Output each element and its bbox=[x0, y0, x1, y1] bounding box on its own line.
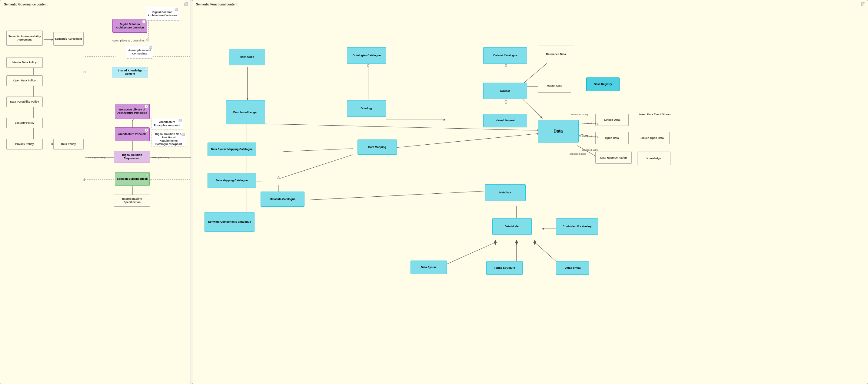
svg-marker-31 bbox=[367, 64, 369, 66]
virtual-dataset-node: Virtual Dataset bbox=[483, 114, 527, 128]
shared-knowledge-content-node: Shared Knowledge Content bbox=[112, 67, 148, 77]
svg-rect-26 bbox=[861, 2, 863, 4]
folder-icon bbox=[184, 2, 188, 6]
data-format-node: Data Format bbox=[556, 261, 589, 275]
adds-granularity-right-label: adds granularity bbox=[152, 156, 169, 159]
right-panel: Semantic Functional content bbox=[192, 0, 868, 384]
svg-marker-66 bbox=[533, 240, 536, 245]
controlled-vocabulary-node: Controlled Vocabulary bbox=[556, 218, 598, 235]
folder-icon-box bbox=[175, 8, 178, 11]
svg-marker-19 bbox=[83, 178, 85, 181]
european-library-node: i European Library of Architecture Princ… bbox=[115, 104, 150, 119]
data-representation-node: Data Representation bbox=[595, 151, 632, 164]
svg-marker-34 bbox=[505, 64, 507, 66]
open-data-policy-node: Open Data Policy bbox=[6, 75, 43, 86]
data-syntax-node: Data Syntax bbox=[410, 260, 447, 274]
solution-building-block-node: Solution Building Block bbox=[115, 172, 150, 186]
metadata-node: Metadata bbox=[485, 184, 526, 201]
data-model-node: Data Model bbox=[492, 218, 532, 235]
digital-solution-requirement-node: Digital Solution Requirement bbox=[114, 151, 150, 163]
base-registry-node: Base Registry bbox=[586, 77, 620, 91]
knowledge-node: Knowledge bbox=[637, 151, 671, 165]
forms-structure-node: Forms Structure bbox=[486, 261, 523, 275]
data-syntax-mapping-catalogue-node: Data Syntax Mapping Catalogue bbox=[208, 142, 256, 156]
svg-text:serialised using: serialised using bbox=[571, 113, 588, 116]
arch-principles-viewpoint-box: Architecture Principles viewpoint bbox=[151, 118, 183, 130]
folder-icon-skc bbox=[144, 68, 147, 71]
maximize-icon[interactable] bbox=[861, 2, 865, 6]
folder-icon-sbb bbox=[145, 173, 149, 176]
svg-marker-37 bbox=[505, 99, 507, 104]
info-badge-ap: i bbox=[145, 128, 148, 132]
reference-data-node: Reference Data bbox=[538, 45, 574, 63]
semantic-agreement-node: Semantic Agreement bbox=[53, 32, 84, 46]
ontology-node: Ontology bbox=[347, 100, 386, 117]
svg-marker-62 bbox=[494, 240, 497, 245]
right-panel-title: Semantic Functional content bbox=[194, 1, 239, 7]
open-data-node: Open Data bbox=[595, 132, 629, 144]
folder-icon-dsnf bbox=[182, 133, 185, 136]
dataset-catalogue-node: Dataset Catalogue bbox=[483, 47, 527, 64]
linked-data-node: Linked Data bbox=[595, 114, 629, 126]
linked-open-data-node: Linked Open Data bbox=[635, 132, 670, 144]
info-badge-arch: i bbox=[142, 20, 146, 24]
svg-marker-54 bbox=[278, 176, 280, 179]
adds-granularity-left-label: adds granularity bbox=[88, 156, 105, 159]
svg-line-57 bbox=[308, 191, 488, 200]
serialised-using-1: serialised using bbox=[582, 122, 598, 125]
security-policy-node: Security Policy bbox=[6, 118, 43, 128]
folder-icon-assumptions bbox=[146, 38, 149, 41]
privacy-policy-node: Privacy Policy bbox=[6, 139, 43, 149]
software-components-catalogue-node: Software Components Catalogue bbox=[205, 212, 254, 232]
svg-point-11 bbox=[84, 71, 86, 73]
assumptions-label: Assumptions & Constraints bbox=[112, 39, 145, 42]
digital-solution-nonfunctional-box: Digital Solution Non-Functional Requirem… bbox=[151, 132, 186, 146]
interoperability-specification-node: Interoperability Specification bbox=[114, 195, 150, 207]
serialised-using-2: serialised using bbox=[582, 135, 598, 138]
architecture-principle-node: i Architecture Principle bbox=[115, 128, 150, 141]
serialised-using-3: serialised using bbox=[582, 148, 598, 151]
folder-icon-apv bbox=[179, 118, 182, 121]
data-node: Data bbox=[538, 120, 579, 142]
distributed-ledger-node: Distributed Ledger bbox=[226, 100, 265, 125]
linked-data-event-stream-node: Linked Data Event Stream bbox=[635, 108, 674, 121]
svg-marker-64 bbox=[515, 240, 518, 245]
semantic-interoperability-agreement-node: Semantic Interoperability Agreement bbox=[6, 31, 43, 46]
master-data-node: Master Data bbox=[538, 79, 571, 93]
folder-icon-ac bbox=[149, 46, 152, 49]
hash-code-node: Hash Code bbox=[229, 49, 265, 65]
ontologies-catalogue-node: Ontologies Catalogue bbox=[347, 47, 386, 64]
master-data-policy-node: Master Data Policy bbox=[6, 57, 43, 68]
left-panel: Semantic Governance content bbox=[0, 0, 191, 384]
svg-rect-28 bbox=[861, 4, 863, 6]
svg-text:serialised using: serialised using bbox=[569, 152, 586, 155]
info-badge-elap: i bbox=[145, 105, 148, 108]
data-mapping-catalogue-node: Data Mapping Catalogue bbox=[208, 173, 256, 188]
metadata-catalogue-node: Metadata Catalogue bbox=[260, 191, 305, 207]
svg-line-52 bbox=[386, 134, 539, 148]
left-panel-title: Semantic Governance content bbox=[2, 1, 50, 7]
svg-rect-27 bbox=[864, 2, 865, 4]
dataset-node: Dataset bbox=[483, 82, 527, 99]
assumptions-constraints-box: Assumptions and Constraints bbox=[126, 45, 153, 59]
digital-solution-arch-decision-node: i Digital Solution Architecture Decision bbox=[113, 19, 147, 33]
svg-line-51 bbox=[283, 148, 353, 151]
data-portability-policy-node: Data Portability Policy bbox=[6, 97, 43, 107]
data-policy-node: Data Policy bbox=[53, 139, 84, 149]
data-mapping-node: Data Mapping bbox=[358, 140, 397, 154]
digital-solution-arch-decisions-box: Digital Solution Architecture Decisions bbox=[146, 7, 179, 21]
svg-line-53 bbox=[279, 154, 353, 179]
